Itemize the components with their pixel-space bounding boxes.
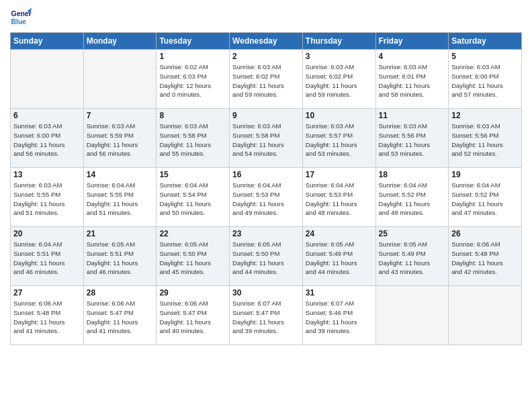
calendar-cell: 23Sunrise: 6:05 AMSunset: 5:50 PMDayligh… [230, 227, 303, 286]
calendar-cell: 1Sunrise: 6:02 AMSunset: 6:03 PMDaylight… [157, 50, 230, 109]
page: General Blue SundayMondayTuesdayWednesda… [0, 0, 532, 411]
day-number: 20 [13, 229, 81, 238]
calendar-cell: 28Sunrise: 6:06 AMSunset: 5:47 PMDayligh… [83, 286, 157, 345]
calendar-cell: 5Sunrise: 6:03 AMSunset: 6:00 PMDaylight… [449, 50, 522, 109]
day-info: Sunrise: 6:03 AMSunset: 6:02 PMDaylight:… [306, 62, 373, 99]
calendar-cell: 11Sunrise: 6:03 AMSunset: 5:56 PMDayligh… [375, 109, 449, 168]
calendar-cell: 14Sunrise: 6:04 AMSunset: 5:55 PMDayligh… [83, 168, 157, 227]
day-info: Sunrise: 6:06 AMSunset: 5:47 PMDaylight:… [87, 299, 154, 336]
day-info: Sunrise: 6:05 AMSunset: 5:49 PMDaylight:… [379, 240, 446, 277]
day-number: 26 [451, 229, 519, 238]
day-number: 11 [379, 111, 446, 120]
weekday-header: Tuesday [157, 33, 230, 50]
calendar-cell: 20Sunrise: 6:04 AMSunset: 5:51 PMDayligh… [11, 227, 84, 286]
day-number: 27 [13, 288, 81, 298]
day-number: 30 [232, 288, 300, 298]
day-number: 2 [232, 52, 300, 61]
calendar-cell: 27Sunrise: 6:06 AMSunset: 5:48 PMDayligh… [11, 286, 84, 345]
calendar-cell: 17Sunrise: 6:04 AMSunset: 5:53 PMDayligh… [302, 168, 375, 227]
day-number: 22 [159, 229, 226, 238]
weekday-header: Saturday [449, 33, 522, 50]
day-info: Sunrise: 6:03 AMSunset: 5:55 PMDaylight:… [13, 181, 81, 218]
day-number: 24 [306, 229, 373, 238]
calendar-cell: 19Sunrise: 6:04 AMSunset: 5:52 PMDayligh… [449, 168, 522, 227]
day-number: 15 [159, 170, 226, 179]
svg-text:Blue: Blue [11, 18, 27, 26]
calendar-cell: 15Sunrise: 6:04 AMSunset: 5:54 PMDayligh… [157, 168, 230, 227]
calendar-cell: 2Sunrise: 6:03 AMSunset: 6:02 PMDaylight… [230, 50, 303, 109]
day-number: 23 [232, 229, 300, 238]
day-number: 18 [379, 170, 446, 179]
day-info: Sunrise: 6:07 AMSunset: 5:47 PMDaylight:… [232, 299, 300, 336]
calendar-week-row: 6Sunrise: 6:03 AMSunset: 6:00 PMDaylight… [11, 109, 522, 168]
calendar-cell: 29Sunrise: 6:06 AMSunset: 5:47 PMDayligh… [157, 286, 230, 345]
calendar-cell [375, 286, 449, 345]
calendar-cell: 24Sunrise: 6:05 AMSunset: 5:49 PMDayligh… [302, 227, 375, 286]
day-number: 31 [306, 288, 373, 298]
calendar-cell: 4Sunrise: 6:03 AMSunset: 6:01 PMDaylight… [375, 50, 449, 109]
day-number: 28 [87, 288, 154, 298]
day-number: 25 [379, 229, 446, 238]
day-number: 4 [379, 52, 446, 61]
day-info: Sunrise: 6:05 AMSunset: 5:49 PMDaylight:… [306, 240, 373, 277]
day-info: Sunrise: 6:03 AMSunset: 5:59 PMDaylight:… [87, 122, 154, 158]
day-number: 5 [451, 52, 519, 61]
calendar-week-row: 13Sunrise: 6:03 AMSunset: 5:55 PMDayligh… [11, 168, 522, 227]
day-info: Sunrise: 6:03 AMSunset: 5:58 PMDaylight:… [232, 122, 300, 158]
day-info: Sunrise: 6:06 AMSunset: 5:48 PMDaylight:… [13, 299, 81, 336]
calendar-cell: 8Sunrise: 6:03 AMSunset: 5:58 PMDaylight… [157, 109, 230, 168]
day-info: Sunrise: 6:03 AMSunset: 6:00 PMDaylight:… [13, 122, 81, 158]
weekday-header: Monday [83, 33, 157, 50]
calendar-cell: 26Sunrise: 6:06 AMSunset: 5:48 PMDayligh… [449, 227, 522, 286]
day-number: 12 [451, 111, 519, 120]
day-number: 3 [306, 52, 373, 61]
day-number: 19 [451, 170, 519, 179]
calendar-cell: 31Sunrise: 6:07 AMSunset: 5:46 PMDayligh… [302, 286, 375, 345]
calendar-cell: 16Sunrise: 6:04 AMSunset: 5:53 PMDayligh… [230, 168, 303, 227]
calendar-cell: 10Sunrise: 6:03 AMSunset: 5:57 PMDayligh… [302, 109, 375, 168]
calendar-cell: 30Sunrise: 6:07 AMSunset: 5:47 PMDayligh… [230, 286, 303, 345]
day-number: 10 [306, 111, 373, 120]
day-number: 13 [13, 170, 81, 179]
weekday-header-row: SundayMondayTuesdayWednesdayThursdayFrid… [11, 33, 522, 50]
calendar-cell [449, 286, 522, 345]
weekday-header: Friday [375, 33, 449, 50]
day-info: Sunrise: 6:03 AMSunset: 5:58 PMDaylight:… [159, 122, 226, 158]
calendar-cell: 3Sunrise: 6:03 AMSunset: 6:02 PMDaylight… [302, 50, 375, 109]
day-number: 21 [87, 229, 154, 238]
day-info: Sunrise: 6:04 AMSunset: 5:55 PMDaylight:… [87, 181, 154, 218]
day-info: Sunrise: 6:03 AMSunset: 5:56 PMDaylight:… [379, 122, 446, 158]
day-info: Sunrise: 6:03 AMSunset: 5:56 PMDaylight:… [451, 122, 519, 158]
calendar-cell: 25Sunrise: 6:05 AMSunset: 5:49 PMDayligh… [375, 227, 449, 286]
weekday-header: Thursday [302, 33, 375, 50]
day-number: 17 [306, 170, 373, 179]
day-info: Sunrise: 6:04 AMSunset: 5:54 PMDaylight:… [159, 181, 226, 218]
day-info: Sunrise: 6:04 AMSunset: 5:52 PMDaylight:… [379, 181, 446, 218]
day-info: Sunrise: 6:03 AMSunset: 6:02 PMDaylight:… [232, 62, 300, 99]
day-info: Sunrise: 6:03 AMSunset: 5:57 PMDaylight:… [306, 122, 373, 158]
day-info: Sunrise: 6:03 AMSunset: 6:00 PMDaylight:… [451, 62, 519, 99]
weekday-header: Wednesday [230, 33, 303, 50]
day-number: 8 [159, 111, 226, 120]
day-info: Sunrise: 6:04 AMSunset: 5:52 PMDaylight:… [451, 181, 519, 218]
calendar-cell [83, 50, 157, 109]
calendar-cell: 6Sunrise: 6:03 AMSunset: 6:00 PMDaylight… [11, 109, 84, 168]
day-number: 29 [159, 288, 226, 298]
calendar-cell: 13Sunrise: 6:03 AMSunset: 5:55 PMDayligh… [11, 168, 84, 227]
day-info: Sunrise: 6:04 AMSunset: 5:53 PMDaylight:… [306, 181, 373, 218]
day-info: Sunrise: 6:07 AMSunset: 5:46 PMDaylight:… [306, 299, 373, 336]
header: General Blue [10, 7, 522, 28]
calendar-cell: 12Sunrise: 6:03 AMSunset: 5:56 PMDayligh… [449, 109, 522, 168]
logo: General Blue [10, 7, 32, 28]
day-info: Sunrise: 6:04 AMSunset: 5:51 PMDaylight:… [13, 240, 81, 277]
day-info: Sunrise: 6:03 AMSunset: 6:01 PMDaylight:… [379, 62, 446, 99]
day-info: Sunrise: 6:05 AMSunset: 5:50 PMDaylight:… [159, 240, 226, 277]
calendar-cell [11, 50, 84, 109]
calendar-week-row: 1Sunrise: 6:02 AMSunset: 6:03 PMDaylight… [11, 50, 522, 109]
calendar: SundayMondayTuesdayWednesdayThursdayFrid… [10, 32, 522, 345]
day-number: 1 [159, 52, 226, 61]
calendar-cell: 18Sunrise: 6:04 AMSunset: 5:52 PMDayligh… [375, 168, 449, 227]
day-info: Sunrise: 6:06 AMSunset: 5:48 PMDaylight:… [451, 240, 519, 277]
day-number: 16 [232, 170, 300, 179]
calendar-cell: 22Sunrise: 6:05 AMSunset: 5:50 PMDayligh… [157, 227, 230, 286]
